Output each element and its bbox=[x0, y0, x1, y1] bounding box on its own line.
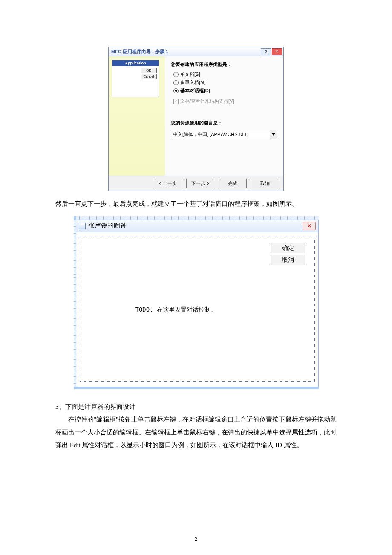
radio-dialog-based[interactable]: 基本对话框[D] bbox=[173, 87, 277, 94]
page-number: 2 bbox=[0, 536, 392, 542]
dialog-client-area[interactable]: 确定 取消 TODO: 在这里设置对话控制。 bbox=[80, 237, 315, 382]
app-type-heading: 您要创建的应用程序类型是： bbox=[171, 61, 277, 68]
finish-button[interactable]: 完成 bbox=[219, 179, 247, 188]
radio-multi-doc[interactable]: 多重文档[M] bbox=[173, 79, 277, 86]
ok-button[interactable]: 确定 bbox=[271, 243, 305, 253]
chevron-down-icon[interactable] bbox=[270, 130, 277, 139]
mfc-wizard-dialog: MFC 应用程序向导 - 步骤 1 ? ✕ Application OK Can… bbox=[108, 47, 284, 191]
prev-button[interactable]: < 上一步 bbox=[154, 179, 182, 188]
dialog-editor: 张卢锐的闹钟 ✕ 确定 取消 TODO: 在这里设置对话控制。 bbox=[74, 216, 319, 389]
section-paragraph: 在控件的"编辑框"按钮上单击鼠标左键，在对话框编辑窗口上合适的位置按下鼠标左键并… bbox=[55, 413, 337, 451]
preview-ok-button: OK bbox=[141, 68, 157, 73]
preview-cancel-button: Cancel bbox=[141, 74, 157, 79]
preview-app-titlebar: Application bbox=[112, 60, 159, 66]
todo-label: TODO: 在这里设置对话控制。 bbox=[135, 306, 217, 314]
next-button[interactable]: 下一步 > bbox=[186, 179, 214, 188]
caption-1: 然后一直点下一步，最后点完成，就建立了一个基于对话窗口的程序框架，如图所示。 bbox=[55, 198, 337, 210]
wizard-title: MFC 应用程序向导 - 步骤 1 bbox=[111, 49, 168, 55]
cancel-button[interactable]: 取消 bbox=[251, 179, 279, 188]
cancel-button[interactable]: 取消 bbox=[271, 255, 305, 265]
language-heading: 您的资源使用的语言是： bbox=[171, 120, 277, 126]
close-button[interactable]: ✕ bbox=[272, 48, 282, 55]
wizard-footer: < 上一步 下一步 > 完成 取消 bbox=[109, 176, 283, 191]
dialog-titlebar: 张卢锐的闹钟 ✕ bbox=[76, 220, 319, 232]
dialog-title: 张卢锐的闹钟 bbox=[88, 222, 127, 230]
wizard-titlebar: MFC 应用程序向导 - 步骤 1 ? ✕ bbox=[109, 47, 283, 56]
horizontal-ruler bbox=[76, 216, 319, 220]
wizard-preview-pane: Application OK Cancel bbox=[109, 56, 165, 176]
section-heading: 3、下面是计算器的界面设计 bbox=[55, 400, 337, 413]
language-select[interactable]: 中文[简体，中国] [APPWZCHS.DLL] bbox=[171, 130, 277, 139]
radio-single-doc[interactable]: 单文档[S] bbox=[173, 71, 277, 78]
docview-checkbox: ✓文档/查看体系结构支持[V] bbox=[173, 98, 277, 104]
app-icon bbox=[79, 223, 86, 229]
help-button[interactable]: ? bbox=[261, 48, 271, 55]
close-icon[interactable]: ✕ bbox=[303, 222, 316, 230]
